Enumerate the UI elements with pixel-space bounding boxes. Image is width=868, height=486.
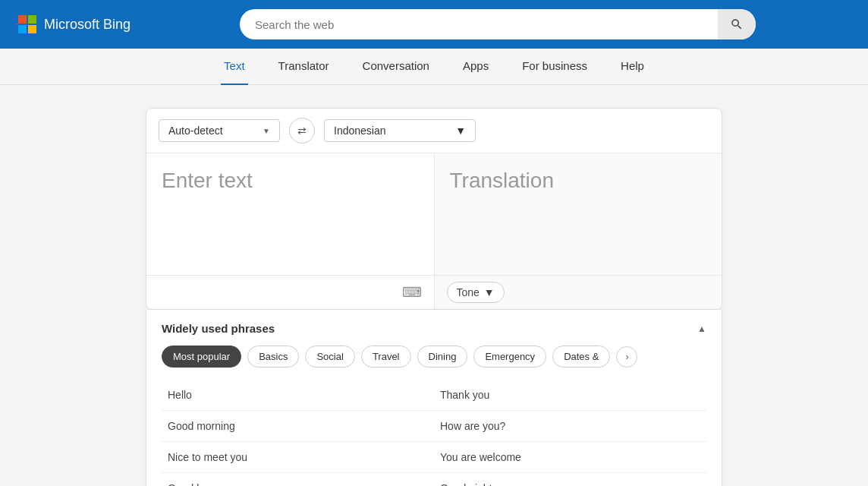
source-lang-chevron: ▼ [263,127,270,135]
target-lang-label: Indonesian [334,125,386,137]
source-lang-label: Auto-detect [168,125,223,137]
translation-panels: Enter text Translation [146,153,722,275]
source-lang-select[interactable]: Auto-detect ▼ [159,119,280,142]
language-row: Auto-detect ▼ ⇄ Indonesian ▼ [146,109,722,153]
translator-box: Auto-detect ▼ ⇄ Indonesian ▼ Enter text … [146,108,722,310]
nav-item-apps[interactable]: Apps [460,49,492,85]
main-content: Auto-detect ▼ ⇄ Indonesian ▼ Enter text … [0,85,868,486]
category-tabs: Most popular Basics Social Travel Dining… [162,346,706,368]
phrase-nice-to-meet-you[interactable]: Nice to meet you [162,442,434,473]
search-button[interactable] [718,9,756,39]
tone-button[interactable]: Tone ▼ [447,282,505,303]
brand-name: Microsoft Bing [44,17,131,33]
phrase-you-are-welcome[interactable]: You are welcome [434,442,706,473]
logo-area: Microsoft Bing [18,15,131,33]
categories-next-button[interactable]: › [616,346,637,368]
nav-item-translator[interactable]: Translator [275,49,332,85]
output-panel: Translation [435,153,722,275]
panels-footer: ⌨ Tone ▼ [146,275,722,309]
cat-tab-basics[interactable]: Basics [247,346,299,368]
phrases-header: Widely used phrases ▲ [162,322,706,335]
cat-tab-dining[interactable]: Dining [417,346,468,368]
microsoft-logo [18,15,36,33]
phrase-good-morning[interactable]: Good morning [162,411,434,442]
phrases-section: Widely used phrases ▲ Most popular Basic… [146,310,722,486]
nav-item-text[interactable]: Text [221,49,248,85]
cat-tab-emergency[interactable]: Emergency [473,346,546,368]
nav-item-for-business[interactable]: For business [519,49,590,85]
output-placeholder: Translation [450,169,707,193]
search-icon [730,17,744,31]
cat-tab-social[interactable]: Social [305,346,354,368]
nav-bar: Text Translator Conversation Apps For bu… [0,49,868,85]
cat-tab-most-popular[interactable]: Most popular [162,346,241,368]
phrases-grid: Hello Thank you Good morning How are you… [162,380,706,486]
input-footer: ⌨ [146,276,435,309]
phrase-hello[interactable]: Hello [162,380,434,411]
input-panel[interactable]: Enter text [146,153,435,275]
cat-tab-travel[interactable]: Travel [361,346,411,368]
tone-chevron: ▼ [484,286,495,298]
phrase-good-night[interactable]: Good night [434,473,706,486]
input-placeholder: Enter text [162,169,419,193]
phrases-title: Widely used phrases [162,322,275,335]
phrase-good-bye[interactable]: Good bye [162,473,434,486]
collapse-button[interactable]: ▲ [697,323,706,334]
swap-languages-button[interactable]: ⇄ [289,118,315,144]
search-input[interactable] [240,9,756,39]
keyboard-icon[interactable]: ⌨ [402,284,422,301]
search-bar [240,9,756,39]
cat-tab-dates[interactable]: Dates & [552,346,610,368]
target-lang-select[interactable]: Indonesian ▼ [324,119,476,142]
header: Microsoft Bing [0,0,868,49]
tone-label: Tone [457,286,480,298]
target-lang-chevron: ▼ [455,125,466,137]
nav-item-conversation[interactable]: Conversation [360,49,432,85]
nav-item-help[interactable]: Help [618,49,647,85]
phrase-thank-you[interactable]: Thank you [434,380,706,411]
phrase-how-are-you[interactable]: How are you? [434,411,706,442]
output-footer: Tone ▼ [435,276,722,309]
